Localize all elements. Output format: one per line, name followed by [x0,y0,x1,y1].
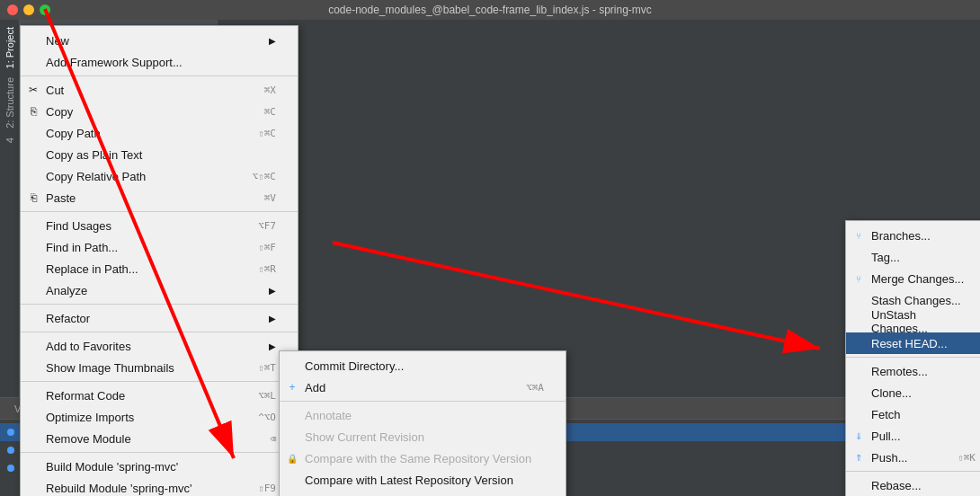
menu-item-commit-dir[interactable]: Commit Directory... [280,355,566,376]
menu-label: Add to Favorites [46,340,131,353]
shortcut: ⌘V [264,192,276,204]
menu-item-add-framework[interactable]: Add Framework Support... [21,51,298,73]
menu-item-analyze[interactable]: Analyze ▶ [21,279,298,301]
submenu-arrow: ▶ [269,314,276,323]
separator [21,332,298,332]
menu-item-unstash[interactable]: UnStash Changes... [846,311,980,332]
menu-item-pull[interactable]: ⇓ Pull... [846,425,980,447]
menu-label: Fetch [871,408,901,421]
menu-item-cut[interactable]: ✂ Cut ⌘X [21,79,298,101]
menu-label: Rebuild Module 'spring-mvc' [46,482,192,495]
menu-item-image-thumbnails[interactable]: Show Image Thumbnails ⇧⌘T [21,357,298,378]
maximize-dot[interactable] [40,4,50,15]
separator [21,75,298,76]
separator [21,452,298,453]
shortcut: ⇧F9 [258,483,276,494]
paste-icon: ⎗ [26,191,40,204]
menu-item-paste[interactable]: ⎗ Paste ⌘V [21,187,298,208]
menu-item-compare-with[interactable]: Compare with... [280,491,566,496]
menu-item-rebuild[interactable]: Rebuild Module 'spring-mvc' ⇧F9 [21,477,298,496]
separator [21,304,298,305]
menu-label: Show Image Thumbnails [46,361,174,375]
menu-label: Copy Relative Path [46,170,146,183]
menu-item-find-usages[interactable]: Find Usages ⌥F7 [21,215,298,236]
menu-item-reformat[interactable]: Reformat Code ⌥⌘L [21,385,298,406]
sidebar-tab-structure[interactable]: 2: Structure [3,74,17,132]
menu-item-new[interactable]: New ▶ [21,30,298,51]
menu-item-find-path[interactable]: Find in Path... ⇧⌘F [21,236,298,258]
lock-icon: 🔒 [285,454,299,464]
shortcut: ⇧⌘T [258,362,276,374]
shortcut: ⌥⌘L [258,390,276,402]
menu-item-refactor[interactable]: Refactor ▶ [21,307,298,329]
menu-item-annotate: Annotate [280,404,566,426]
menu-label: Stash Changes... [871,294,961,307]
menu-item-optimize[interactable]: Optimize Imports ^⌥O [21,406,298,428]
shortcut: ⇧⌘K [958,452,976,464]
menu-label: Find Usages [46,219,111,233]
menu-item-copy[interactable]: ⎘ Copy ⌘C [21,101,298,122]
menu-item-remotes[interactable]: Remotes... [846,360,980,382]
menu-item-fetch[interactable]: Fetch [846,403,980,425]
menu-item-add[interactable]: + Add ⌥⌘A [280,376,566,398]
menu-item-reset-head[interactable]: Reset HEAD... [846,332,980,354]
menu-label: Show Current Revision [305,430,424,444]
shortcut: ⇧⌘C [258,128,276,139]
shortcut: ^⌥O [258,412,276,423]
menu-item-rebase[interactable]: Rebase... [846,474,980,496]
menu-label: Remotes... [871,365,928,378]
separator [280,401,566,402]
separator [21,381,298,382]
menu-item-copy-path[interactable]: Copy Path ⇧⌘C [21,122,298,144]
minimize-dot[interactable] [23,4,34,15]
menu-item-add-favorites[interactable]: Add to Favorites ▶ [21,335,298,357]
cut-icon: ✂ [26,84,40,96]
menu-item-push[interactable]: ⇑ Push... ⇧⌘K [846,447,980,468]
sidebar-tab-favorites[interactable]: 4 [3,134,17,146]
shortcut: ⌥⇧⌘C [253,171,277,182]
menu-item-remove-module[interactable]: Remove Module ⌫ [21,428,298,449]
menu-label: Cut [46,84,64,97]
menu-item-replace-path[interactable]: Replace in Path... ⇧⌘R [21,258,298,279]
menu-item-copy-relative[interactable]: Copy Relative Path ⌥⇧⌘C [21,165,298,187]
menu-item-clone[interactable]: Clone... [846,382,980,403]
menu-item-branches[interactable]: ⑂ Branches... [846,225,980,246]
menu-item-tag[interactable]: Tag... [846,246,980,268]
shortcut: ⌘X [264,84,276,96]
git-submenu: Commit Directory... + Add ⌥⌘A Annotate S… [279,350,566,496]
menu-label: Annotate [305,409,352,422]
menu-item-show-revision: Show Current Revision [280,426,566,447]
menu-label: UnStash Changes... [871,308,976,335]
repo-submenu: ⑂ Branches... Tag... ⑂ Merge Changes... … [845,220,980,496]
copy-icon: ⎘ [26,105,40,118]
submenu-arrow: ▶ [269,286,276,296]
menu-item-compare-latest[interactable]: Compare with Latest Repository Version [280,469,566,491]
main-context-menu: New ▶ Add Framework Support... ✂ Cut ⌘X … [20,25,298,496]
vc-status-dot [7,429,14,436]
menu-item-build[interactable]: Build Module 'spring-mvc' [21,456,298,477]
menu-item-copy-plain[interactable]: Copy as Plain Text [21,144,298,165]
menu-label: Copy Path [46,127,101,140]
add-icon: + [285,381,299,394]
branches-icon: ⑂ [851,231,866,241]
title-bar: code-node_modules_@babel_code-frame_lib_… [0,0,980,20]
menu-label: Paste [46,191,76,205]
menu-label: Remove Module [46,432,131,446]
menu-label: Add Framework Support... [46,56,183,69]
vcs-icon: ⇓ [851,431,866,441]
menu-label: Commit Directory... [305,359,404,373]
vc-status-dot [7,465,14,472]
sidebar-tab-project[interactable]: 1: Project [3,23,17,72]
separator [21,211,298,212]
menu-label: Merge Changes... [871,272,964,286]
submenu-arrow: ▶ [269,341,276,351]
vc-status-dot [7,447,14,454]
menu-label: New [46,34,69,48]
merge-icon: ⑂ [851,274,866,284]
menu-label: Rebase... [871,479,922,492]
shortcut: ⌥F7 [258,220,276,232]
close-dot[interactable] [7,4,18,15]
separator [846,357,980,358]
menu-label: Add [305,381,325,394]
menu-item-merge[interactable]: ⑂ Merge Changes... [846,268,980,289]
